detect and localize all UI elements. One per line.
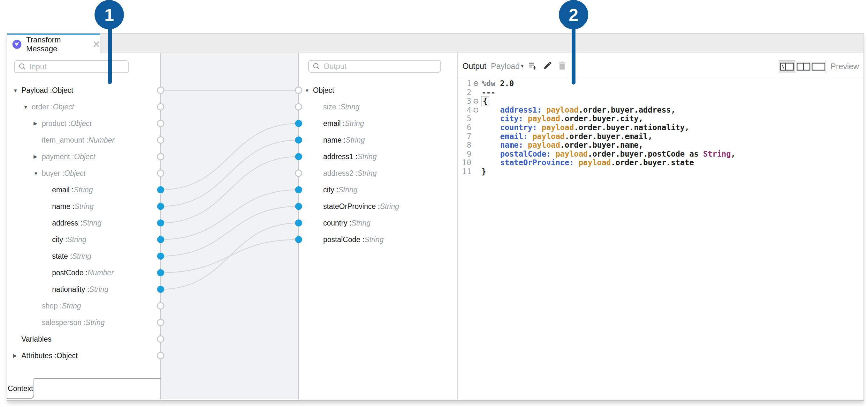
input-port-nationality[interactable] — [157, 286, 164, 293]
output-row-stateOrProvince[interactable]: stateOrProvince : String — [315, 201, 399, 212]
code-text: email: payload.order.buyer.email, — [482, 132, 652, 141]
input-row-salesperson[interactable]: salesperson : String — [34, 317, 105, 328]
input-port-postCode[interactable] — [157, 269, 164, 276]
code-token: payload — [528, 141, 560, 149]
field-type: String — [83, 219, 101, 228]
field-type: String — [351, 219, 370, 228]
code-line-6[interactable]: 6country: payload.order.buyer.nationalit… — [0, 123, 868, 132]
code-line-7[interactable]: 7email: payload.order.buyer.email, — [0, 132, 868, 141]
field-type: String — [86, 318, 105, 327]
line-number: 1 — [460, 79, 471, 88]
input-row-name[interactable]: name : String — [44, 201, 94, 212]
output-search-field[interactable] — [323, 62, 440, 71]
output-row-country[interactable]: country : String — [315, 217, 370, 229]
mapping-wire[interactable] — [161, 190, 299, 240]
code-token: .order.buyer.state — [611, 158, 694, 167]
code-line-3[interactable]: 3⊖{ — [0, 97, 868, 106]
editor-target-selector[interactable]: Payload — [491, 62, 520, 71]
trash-icon[interactable] — [558, 61, 566, 71]
output-port-city[interactable] — [295, 186, 302, 193]
input-row-address[interactable]: address : String — [44, 217, 101, 229]
line-number: 6 — [460, 123, 471, 132]
expander-right-icon[interactable]: ▶ — [13, 353, 21, 359]
code-line-4[interactable]: 4⊖address1: payload.order.buyer.address, — [0, 106, 868, 114]
line-number: 7 — [460, 132, 471, 141]
output-port-stateOrProvince[interactable] — [295, 203, 302, 210]
view-toggle-split[interactable] — [797, 60, 810, 73]
tab-context[interactable]: Context — [7, 379, 34, 399]
code-line-8[interactable]: 8name: payload.order.buyer.name, — [0, 141, 868, 149]
tab-title: Transform Message — [26, 35, 89, 53]
code-token: .order.buyer.address, — [579, 106, 676, 114]
code-text: } — [482, 167, 486, 176]
field-type: String — [74, 202, 94, 211]
fold-marker-icon[interactable]: ⊖ — [473, 97, 479, 106]
output-row-postalCode[interactable]: postalCode : String — [315, 234, 383, 245]
field-type: String — [364, 235, 383, 244]
field-label: stateOrProvince : — [323, 202, 380, 211]
tab-transform-message[interactable]: Transform Message × — [7, 33, 100, 54]
close-icon[interactable]: × — [93, 39, 100, 50]
line-number: 4 — [460, 106, 471, 114]
add-transformation-icon[interactable] — [528, 61, 538, 71]
code-token — [551, 149, 555, 159]
input-row-shop[interactable]: shop : String — [34, 300, 81, 312]
field-label: Variables — [21, 335, 52, 343]
input-row-Variables[interactable]: Variables — [13, 333, 52, 345]
code-token: country: — [500, 123, 537, 132]
input-port-city[interactable] — [157, 236, 164, 243]
line-number: 11 — [460, 167, 471, 176]
input-row-state[interactable]: state : String — [44, 250, 91, 262]
preview-button[interactable]: Preview — [831, 62, 859, 71]
code-token: stateOrProvince: — [500, 158, 574, 167]
field-type: Number — [88, 269, 114, 277]
code-token: as — [689, 149, 699, 159]
code-line-5[interactable]: 5city: payload.order.buyer.city, — [0, 114, 868, 123]
field-label: address : — [52, 219, 83, 228]
input-port-Attributes[interactable] — [157, 352, 164, 359]
code-line-9[interactable]: 9postalCode: payload.order.buyer.postCod… — [0, 149, 868, 159]
code-line-1[interactable]: 1⊖%dw 2.0 — [0, 79, 868, 88]
code-line-11[interactable]: 11} — [0, 167, 868, 176]
fold-marker-icon[interactable]: ⊖ — [473, 106, 479, 114]
input-row-email[interactable]: email : String — [44, 184, 93, 196]
mapping-wire[interactable] — [161, 223, 299, 289]
code-token: name: — [500, 141, 523, 149]
callout-stem-1 — [108, 28, 112, 84]
input-port-name[interactable] — [157, 203, 164, 210]
input-port-address[interactable] — [157, 219, 164, 227]
code-line-10[interactable]: 10stateOrProvince: payload.order.buyer.s… — [0, 158, 868, 167]
code-text: stateOrProvince: payload.order.buyer.sta… — [482, 158, 694, 167]
output-search-box — [308, 60, 441, 73]
line-number: 5 — [460, 114, 471, 123]
view-toggle-script-only[interactable] — [811, 60, 826, 73]
input-port-Variables[interactable] — [157, 336, 164, 342]
input-search-box — [14, 60, 129, 73]
field-label: postalCode : — [323, 235, 364, 244]
output-port-postalCode[interactable] — [295, 236, 302, 243]
field-label: Attributes : — [21, 351, 57, 360]
output-port-country[interactable] — [295, 219, 302, 227]
output-row-city[interactable]: city : String — [315, 184, 358, 196]
input-port-state[interactable] — [157, 252, 164, 260]
code-token: payload — [555, 149, 588, 159]
field-label: postCode : — [52, 269, 88, 277]
chevron-down-icon[interactable]: ▼ — [520, 64, 524, 69]
input-row-city[interactable]: city : String — [44, 234, 86, 245]
input-search-field[interactable] — [29, 62, 128, 71]
code-token: address1: — [500, 106, 541, 114]
edit-icon[interactable] — [542, 61, 552, 71]
view-toggle-graphic-and-script[interactable] — [779, 60, 795, 73]
input-row-Attributes[interactable]: ▶Attributes : Object — [13, 350, 78, 362]
fold-marker-icon[interactable]: ⊖ — [473, 79, 479, 88]
code-line-2[interactable]: 2--- — [0, 88, 868, 97]
input-row-nationality[interactable]: nationality : String — [44, 283, 108, 295]
input-port-shop[interactable] — [157, 303, 164, 309]
code-token: String — [703, 149, 731, 159]
line-number: 10 — [460, 158, 471, 167]
input-port-email[interactable] — [157, 186, 164, 193]
code-token: , — [731, 149, 736, 159]
input-port-salesperson[interactable] — [157, 319, 164, 326]
mapping-wire[interactable] — [161, 206, 299, 256]
input-row-postCode[interactable]: postCode : Number — [44, 267, 114, 278]
